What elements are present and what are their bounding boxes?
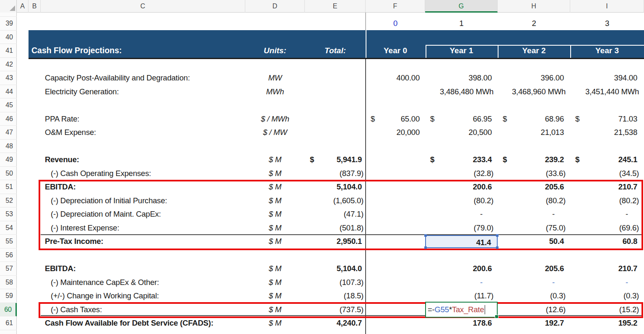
formula-token: =- — [428, 305, 435, 314]
cell-H50[interactable]: (33.6) — [498, 167, 570, 181]
sheet-row-44: Electricity Generation:MWh3,486,480 MWh3… — [0, 85, 644, 99]
cell-I57[interactable]: 210.7 — [570, 262, 644, 276]
cell-H47[interactable]: 21,013 — [498, 126, 570, 140]
cell-C46[interactable]: PPA Rate: — [41, 112, 245, 126]
cell-C61[interactable]: Cash Flow Available for Debt Service (CF… — [41, 316, 245, 330]
reference-selection-handle[interactable] — [424, 234, 427, 237]
cell-H57[interactable]: 205.6 — [498, 262, 570, 276]
units-column-header[interactable]: Units: — [245, 44, 305, 57]
cell-D58[interactable]: $ M — [245, 276, 305, 290]
cell-G49[interactable]: $233.4 — [425, 153, 498, 167]
select-all-corner[interactable] — [0, 0, 17, 13]
column-header-I[interactable]: I — [570, 0, 644, 13]
cell-G58[interactable]: - — [425, 276, 498, 290]
cell-I61[interactable]: 195.2 — [570, 316, 644, 330]
cell-D61[interactable]: $ M — [245, 316, 305, 330]
cell-G50[interactable]: (32.8) — [425, 167, 498, 181]
cell-G55[interactable]: 41.4 — [425, 235, 498, 248]
cell-G43[interactable]: 398.00 — [425, 71, 498, 85]
cell-H43[interactable]: 396.00 — [498, 71, 570, 85]
cell-G57[interactable]: 200.6 — [425, 262, 498, 276]
cell-G46[interactable]: $66.95 — [425, 112, 498, 126]
cell-G44[interactable]: 3,486,480 MWh — [425, 85, 498, 99]
row-header-38[interactable]: 38 — [0, 13, 17, 17]
cell-D44[interactable]: MWh — [245, 85, 305, 99]
column-header-A[interactable]: A — [17, 0, 29, 13]
cell-G61[interactable]: 178.6 — [425, 316, 498, 330]
cell-D49[interactable]: $ M — [245, 153, 305, 167]
cell-H61[interactable]: 192.7 — [498, 316, 570, 330]
sheet-row-49: Revenue:$ M$5,941.9$233.4$239.2$245.1 — [0, 153, 644, 167]
cell-I59[interactable]: (0.3) — [570, 289, 644, 303]
cell-C44[interactable]: Electricity Generation: — [41, 85, 245, 99]
row-header-41[interactable]: 41 — [0, 44, 17, 58]
cell-E57[interactable]: 5,104.0 — [305, 262, 366, 276]
cell-E49[interactable]: $5,941.9 — [305, 153, 366, 167]
cell-I50[interactable]: (34.5) — [570, 167, 644, 181]
cell-I58[interactable]: - — [570, 276, 644, 290]
sheet-row-47: O&M Expense:$ / MW20,00020,50021,01321,5… — [0, 126, 644, 140]
cell-D47[interactable]: $ / MW — [245, 126, 305, 140]
cell-E61[interactable]: 4,240.7 — [305, 316, 366, 330]
cell-D57[interactable]: $ M — [245, 262, 305, 276]
text-cursor — [485, 305, 486, 314]
sheet-row-43: Capacity Post-Availability and Degradati… — [0, 71, 644, 85]
section-title[interactable]: Cash Flow Projections: — [31, 44, 122, 57]
cell-D46[interactable]: $ / MWh — [245, 112, 305, 126]
cell-C57[interactable]: EBITDA: — [41, 262, 245, 276]
formula-edit-cell-G60[interactable]: =-G55*Tax_Rate — [425, 302, 498, 318]
cell-D50[interactable]: $ M — [245, 167, 305, 181]
column-header-strip: ABCDEFGHI — [0, 0, 644, 13]
cell-F47[interactable]: 20,000 — [366, 126, 425, 140]
reference-selection-handle[interactable] — [496, 246, 499, 249]
cell-H46[interactable]: $68.96 — [498, 112, 570, 126]
cell-C50[interactable]: (-) Cash Operating Expenses: — [41, 167, 245, 181]
year-0-header[interactable]: Year 0 — [366, 44, 425, 57]
cell-I43[interactable]: 394.00 — [570, 71, 644, 85]
column-header-B[interactable]: B — [29, 0, 41, 13]
column-header-E[interactable]: E — [305, 0, 366, 13]
cell-H49[interactable]: $239.2 — [498, 153, 570, 167]
sheet-row-48 — [0, 140, 644, 153]
reference-selection-handle[interactable] — [424, 246, 427, 249]
column-header-F[interactable]: F — [366, 0, 425, 13]
cell-H44[interactable]: 3,468,960 MWh — [498, 85, 570, 99]
sheet-row-56 — [0, 249, 644, 262]
dollar-sign: $ — [503, 112, 507, 126]
cell-H39[interactable]: 2 — [498, 17, 570, 31]
cell-C49[interactable]: Revenue: — [41, 153, 245, 167]
cell-F39[interactable]: 0 — [366, 17, 425, 31]
cell-I47[interactable]: 21,538 — [570, 126, 644, 140]
fill-handle[interactable] — [495, 315, 499, 318]
cell-H59[interactable]: (0.3) — [498, 289, 570, 303]
cell-C43[interactable]: Capacity Post-Availability and Degradati… — [41, 71, 245, 85]
total-column-header[interactable]: Total: — [305, 44, 366, 57]
cell-H58[interactable]: - — [498, 276, 570, 290]
cell-I39[interactable]: 3 — [570, 17, 644, 31]
cell-C59[interactable]: (+/-) Change in Working Capital: — [41, 289, 245, 303]
column-header-G[interactable]: G — [425, 0, 498, 13]
column-header-D[interactable]: D — [245, 0, 305, 13]
cell-E50[interactable]: (837.9) — [305, 167, 366, 181]
cell-G59[interactable]: (11.7) — [425, 289, 498, 303]
cell-F43[interactable]: 400.00 — [366, 71, 425, 85]
column-header-H[interactable]: H — [498, 0, 570, 13]
cell-I46[interactable]: $71.03 — [570, 112, 644, 126]
cell-I44[interactable]: 3,451,440 MWh — [570, 85, 644, 99]
cell-G39[interactable]: 1 — [425, 17, 498, 31]
cell-C58[interactable]: (-) Maintenance CapEx & Other: — [41, 276, 245, 290]
sheet-row-50: (-) Cash Operating Expenses:$ M(837.9)(3… — [0, 167, 644, 181]
column-header-C[interactable]: C — [41, 0, 245, 13]
cell-F46[interactable]: $65.00 — [366, 112, 425, 126]
reference-selection-handle[interactable] — [496, 234, 499, 237]
cell-G47[interactable]: 20,500 — [425, 126, 498, 140]
cell-E59[interactable]: (18.5) — [305, 289, 366, 303]
cell-D43[interactable]: MW — [245, 71, 305, 85]
cell-E58[interactable]: (107.3) — [305, 276, 366, 290]
dollar-sign: $ — [430, 112, 434, 126]
row-header-40[interactable]: 40 — [0, 31, 17, 44]
cell-I49[interactable]: $245.1 — [570, 153, 644, 167]
cell-D59[interactable]: $ M — [245, 289, 305, 303]
cell-C47[interactable]: O&M Expense: — [41, 126, 245, 140]
dollar-sign: $ — [310, 153, 314, 167]
